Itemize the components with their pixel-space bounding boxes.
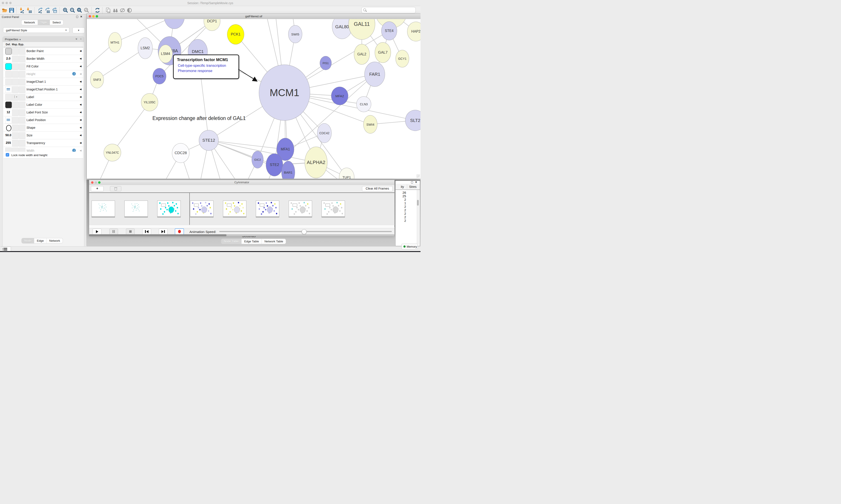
export-network-icon[interactable] <box>38 7 43 13</box>
table-cell-ity[interactable]: 2 <box>397 219 406 222</box>
node-gal2[interactable]: GAL2 <box>354 44 370 65</box>
color-swatch[interactable] <box>5 102 12 108</box>
memory-button[interactable]: Memory <box>401 244 418 249</box>
property-row-fill-color[interactable]: Fill Color◀ <box>3 62 83 70</box>
color-swatch[interactable] <box>5 63 12 70</box>
task-history-button[interactable] <box>1 247 11 252</box>
default-value[interactable]: 2.0 <box>4 57 12 60</box>
node-ste12[interactable]: STE12 <box>199 130 219 151</box>
save-icon[interactable] <box>9 7 15 13</box>
node-gcy1[interactable]: GCY1 <box>395 50 409 68</box>
tab-style[interactable]: Style <box>38 20 50 25</box>
style-selector[interactable]: galFiltered Style ▼ <box>3 28 69 33</box>
ellipse-shape-icon[interactable] <box>6 125 12 131</box>
property-row-label[interactable]: ⋮›Label◀ <box>3 93 83 101</box>
property-row-size[interactable]: 50.0Size◀ <box>3 131 83 139</box>
add-frame-button[interactable]: + <box>91 186 104 191</box>
lock-size-row[interactable]: ✓ Lock node width and height <box>3 152 83 159</box>
close-panel-icon[interactable]: ✕ <box>80 15 82 18</box>
table-cell-ity[interactable]: 2 <box>397 209 406 212</box>
table-hscrollbar-thumb[interactable] <box>89 234 227 236</box>
table-vscrollbar-thumb[interactable] <box>417 200 419 205</box>
property-row-image-chart-1[interactable]: Image/Chart 1◀ <box>3 78 83 86</box>
export-image-icon[interactable] <box>52 7 57 13</box>
node-gic2[interactable]: GIC2 <box>252 151 264 168</box>
frame-thumbnail-5[interactable] <box>256 201 279 217</box>
playhead[interactable] <box>190 193 190 226</box>
style-options-button[interactable]: ▼ <box>72 28 85 33</box>
node-ynl047c[interactable]: YNL047C <box>104 144 121 161</box>
play-button[interactable] <box>93 229 102 234</box>
node-mcm1[interactable]: MCM1 <box>259 65 310 121</box>
search-input[interactable] <box>361 7 416 13</box>
open-folder-icon[interactable] <box>2 7 7 13</box>
zoom-in-icon[interactable] <box>62 7 68 13</box>
tab-network-table[interactable]: Network Table <box>262 239 286 244</box>
bypass-cell[interactable] <box>19 94 25 101</box>
tab-select[interactable]: Select <box>50 20 64 25</box>
node-alpha2[interactable]: ALPHA2 <box>305 147 327 178</box>
table-cell-ity[interactable]: 1 <box>397 201 406 205</box>
tab-network[interactable]: Network <box>21 20 38 25</box>
bypass-cell[interactable] <box>19 132 25 139</box>
expand-arrow-icon[interactable]: ◀ <box>80 141 82 144</box>
frame-thumbnail-3[interactable] <box>190 201 214 217</box>
table-cell-ity[interactable]: 2 <box>397 198 406 201</box>
column-header[interactable]: Stres <box>409 185 416 188</box>
stop-button[interactable] <box>126 229 135 234</box>
annotation-link[interactable]: Cell-type-specific transcription <box>178 64 226 68</box>
tab-edge-table[interactable]: Edge Table <box>241 239 262 244</box>
tab-edge[interactable]: Edge <box>34 238 47 243</box>
frame-thumbnail-6[interactable] <box>289 201 312 217</box>
delete-frame-button[interactable] <box>110 186 121 191</box>
node-pis1[interactable]: PIS1 <box>320 56 332 70</box>
default-cell[interactable] <box>5 71 12 77</box>
collapse-all-icon[interactable]: » <box>75 38 78 40</box>
cyanimator-titlebar[interactable]: CyAnimator <box>89 180 394 185</box>
expand-arrow-icon[interactable]: ◀ <box>80 80 82 83</box>
property-row-border-paint[interactable]: Border Paint◀ <box>3 47 83 55</box>
frame-thumbnail-2[interactable] <box>157 201 181 217</box>
mapping-cell[interactable] <box>12 63 19 70</box>
float-panel-icon[interactable]: ▢ <box>411 181 413 183</box>
table-cell-ity[interactable]: 2 <box>397 205 406 209</box>
export-table-icon[interactable] <box>45 7 50 13</box>
zoom-fit-icon[interactable] <box>77 7 82 13</box>
node-far1[interactable]: FAR1 <box>364 62 385 87</box>
bypass-cell[interactable] <box>19 63 25 70</box>
bypass-cell[interactable] <box>19 86 25 93</box>
table-cell-ity[interactable]: 2 <box>397 212 406 215</box>
node-cln3[interactable]: CLN3 <box>356 96 371 112</box>
default-value[interactable]: 50.0 <box>4 133 12 137</box>
info-icon[interactable]: i <box>72 72 76 75</box>
property-row-image-chart-position-1[interactable]: Image/Chart Position 1◀ <box>3 86 83 93</box>
column-header[interactable]: ity <box>401 185 404 188</box>
node-mth1[interactable]: MTH1 <box>108 32 122 52</box>
property-row-border-width[interactable]: 2.0Border Width◀ <box>3 55 83 62</box>
default-value[interactable]: 12 <box>4 110 12 114</box>
expand-arrow-icon[interactable]: ◀ <box>80 111 82 114</box>
expand-arrow-icon[interactable]: ◀ <box>80 50 82 52</box>
mapping-cell[interactable] <box>12 117 19 124</box>
node-cdc28[interactable]: CDC28 <box>172 143 190 163</box>
table-vscrollbar[interactable] <box>417 190 419 245</box>
speed-slider-thumb[interactable] <box>302 229 307 234</box>
close-panel-icon[interactable]: ✕ <box>415 181 417 183</box>
node-pck1[interactable]: PCK1 <box>227 24 244 44</box>
expand-arrow-icon[interactable]: ◀ <box>80 95 82 98</box>
expand-arrow-icon[interactable]: ◀ <box>80 57 82 60</box>
properties-header[interactable]: Properties ▼ » » <box>3 37 84 42</box>
node-swi5[interactable]: SWI5 <box>288 25 302 43</box>
node-gal7[interactable]: GAL7 <box>375 42 391 63</box>
mapping-cell[interactable] <box>12 86 19 93</box>
expand-all-icon[interactable]: » <box>79 38 82 40</box>
property-row-height[interactable]: Heighti◀ <box>3 70 83 78</box>
bypass-cell[interactable] <box>19 109 25 116</box>
table-cell-ity[interactable]: 26 <box>397 191 406 194</box>
node-cdc42[interactable]: CDC42 <box>317 123 332 143</box>
mapping-cell[interactable] <box>12 109 19 116</box>
mapping-cell[interactable] <box>12 132 19 139</box>
node-lsm4[interactable]: LSM4 <box>159 45 173 63</box>
annotation-link[interactable]: Pheromone response <box>178 69 212 73</box>
mapping-cell[interactable] <box>12 48 19 55</box>
